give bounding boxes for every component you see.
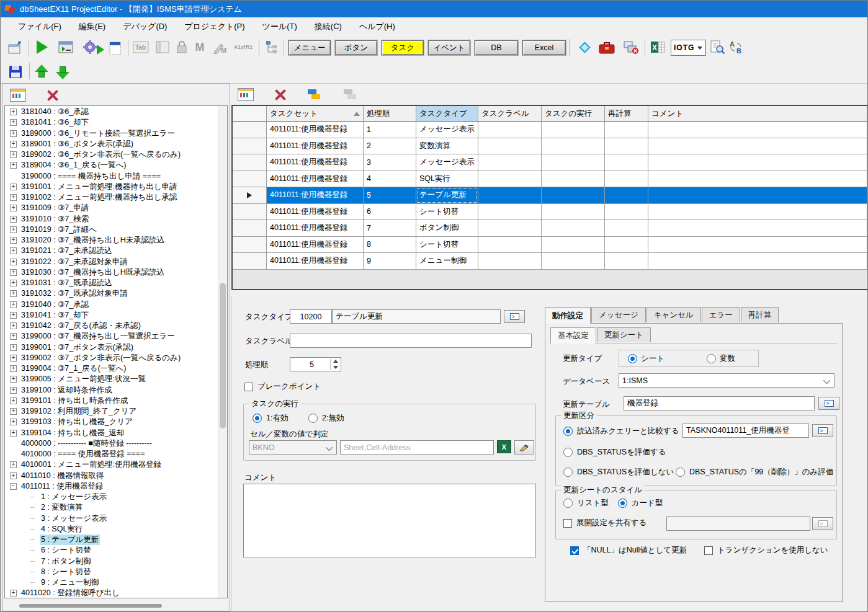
tree-item[interactable]: 3 : メッセージ表示: [5, 513, 218, 524]
kind-compare-radio[interactable]: [563, 427, 573, 436]
tree-expander-plus-icon[interactable]: +: [10, 130, 17, 137]
grid-cell[interactable]: 4011011:使用機器登録: [267, 122, 364, 138]
tree-item[interactable]: +3189000 : ③6_リモート接続一覧選択エラー: [5, 128, 218, 139]
iotg-button[interactable]: IOTG: [671, 40, 705, 56]
menu-item-1[interactable]: 編集(E): [70, 19, 114, 35]
rename-ab-icon[interactable]: AB: [728, 38, 744, 56]
grid-row[interactable]: 4011011:使用機器登録7ボタン制御: [233, 220, 867, 237]
tree-expander-plus-icon[interactable]: +: [10, 141, 17, 148]
update-table-field[interactable]: 機器登録: [624, 396, 815, 410]
tree-item[interactable]: +3181040 : ③6_承認: [5, 107, 218, 117]
menu-item-2[interactable]: デバッグ(D): [114, 19, 176, 35]
grid-cell[interactable]: [478, 138, 542, 155]
grid-row-selector[interactable]: [233, 138, 267, 155]
grid-row-selector[interactable]: [233, 154, 267, 171]
tree-expander-plus-icon[interactable]: +: [10, 376, 17, 383]
tree-item[interactable]: +3191020 : ③7_機器持ち出しH未承認読込: [5, 235, 218, 246]
update-type-var-row[interactable]: 変数: [707, 353, 735, 364]
grid-cell[interactable]: シート切替: [416, 204, 478, 221]
grid-cell[interactable]: メッセージ表示: [416, 154, 478, 171]
grid-cell[interactable]: メッセージ表示: [416, 122, 478, 138]
tree-expander-plus-icon[interactable]: +: [10, 333, 17, 340]
tree-item[interactable]: +4011020 : 登録情報呼び出し: [5, 588, 218, 598]
tree-item[interactable]: +3191021 : ③7_未承認読込: [5, 246, 218, 256]
grid-row-selector[interactable]: [233, 253, 267, 270]
menu-item-4[interactable]: ツール(T): [254, 19, 306, 35]
kind-query-field[interactable]: TASKNO4011011_使用機器登: [682, 424, 809, 438]
tree-expander-plus-icon[interactable]: +: [10, 344, 17, 351]
grid-row-selector[interactable]: [233, 171, 267, 188]
tree-expander-plus-icon[interactable]: +: [10, 162, 17, 169]
tree-item[interactable]: +3199100 : 返却時条件作成: [5, 385, 218, 396]
null-update-checkbox[interactable]: [570, 546, 579, 555]
task-type-picker-button[interactable]: >: [504, 310, 525, 323]
toolbar-button-DB[interactable]: DB: [475, 40, 518, 55]
menu-item-6[interactable]: ヘルプ(H): [351, 19, 404, 35]
share-expand-checkbox[interactable]: [563, 519, 572, 528]
exec-enabled-radio[interactable]: [253, 414, 262, 423]
breakpoint-checkbox-row[interactable]: ブレークポイント: [244, 381, 321, 392]
tree-item[interactable]: 2 : 変数演算: [5, 502, 218, 513]
tree-item[interactable]: 5 : テーブル更新: [5, 534, 218, 545]
grid-cell[interactable]: 4011011:使用機器登録: [267, 171, 364, 188]
tab-動作設定[interactable]: 動作設定: [545, 307, 591, 324]
iotg-dropdown-caret-icon[interactable]: [697, 47, 702, 50]
grid-row[interactable]: 4011011:使用機器登録8シート切替: [233, 237, 867, 254]
new-taskset-icon[interactable]: [10, 88, 26, 102]
tree-item[interactable]: +3191041 : ③7_却下: [5, 310, 218, 321]
grid-row[interactable]: 4011011:使用機器登録6シート切替: [233, 204, 867, 221]
tree-horizontal-scrollbar[interactable]: [4, 602, 228, 610]
a1r1-toggle-icon[interactable]: A1⇄R1: [231, 38, 255, 56]
subtab-更新シート[interactable]: 更新シート: [597, 327, 651, 342]
grid-cell[interactable]: [478, 253, 542, 270]
spin-down-icon[interactable]: [333, 366, 338, 369]
grid-cell[interactable]: [605, 204, 648, 221]
grid-cell[interactable]: [542, 187, 605, 204]
null-update-row[interactable]: 「NULL」はNull値として更新: [570, 545, 687, 556]
tree-item[interactable]: 7 : ボタン制御: [5, 556, 218, 567]
grid-header-タスクセット[interactable]: タスクセット: [267, 106, 364, 122]
grid-cell[interactable]: [648, 154, 867, 171]
tree-item[interactable]: 6 : シート切替: [5, 545, 218, 556]
tree-hscroll-thumb[interactable]: [19, 604, 162, 608]
tree-item[interactable]: +3191030 : ③7_機器持ち出しH既承認読込: [5, 267, 218, 278]
comment-textarea[interactable]: [243, 484, 536, 557]
tree-expander-plus-icon[interactable]: +: [10, 247, 17, 254]
tree-expander-plus-icon[interactable]: +: [10, 408, 17, 415]
grid-cell[interactable]: 8: [364, 237, 416, 254]
exec-disabled-radio-row[interactable]: 2:無効: [308, 413, 344, 424]
tree-item[interactable]: +3191019 : ③7_詳細へ: [5, 224, 218, 235]
tree-item[interactable]: 4000000 : ----------- ■随時登録 ----------: [5, 438, 218, 449]
toolbar-button-タスク[interactable]: タスク: [382, 40, 424, 55]
tree-item[interactable]: +3191022 : ③7_未承認対象申請: [5, 257, 218, 267]
delete-taskset-icon[interactable]: [45, 88, 60, 102]
excel-file-icon[interactable]: X: [650, 38, 666, 56]
tree-expander-plus-icon[interactable]: +: [10, 301, 17, 308]
style-card-radio[interactable]: [618, 499, 627, 508]
tree-item[interactable]: +3199101 : 持ち出し時条件作成: [5, 396, 218, 406]
toolbar-button-Excel[interactable]: Excel: [522, 40, 566, 55]
tree-expander-plus-icon[interactable]: +: [10, 461, 17, 468]
grid-cell[interactable]: シート切替: [416, 237, 478, 254]
cell-reference-button[interactable]: [514, 440, 534, 455]
grid-row[interactable]: 4011011:使用機器登録4SQL実行: [233, 171, 867, 188]
tree-item[interactable]: +3191040 : ③7_承認: [5, 299, 218, 310]
grid-cell[interactable]: [648, 204, 867, 221]
grid-row[interactable]: 4011011:使用機器登録9メニュー制御: [233, 253, 867, 270]
grid-header-再計算[interactable]: 再計算: [605, 106, 648, 122]
no-transaction-row[interactable]: トランザクションを使用しない: [704, 545, 828, 556]
tree-expander-plus-icon[interactable]: +: [10, 216, 17, 223]
tree-vscroll-thumb[interactable]: [220, 283, 226, 428]
kind-eval99-row[interactable]: DBS_STATUSの「99（削除）」のみ評価: [676, 467, 833, 477]
tree-item[interactable]: +3191031 : ③7_既承認読込: [5, 278, 218, 288]
grid-cell[interactable]: [542, 122, 605, 138]
macro-m-icon[interactable]: M: [193, 38, 207, 56]
tree-expander-plus-icon[interactable]: +: [10, 355, 17, 361]
grid-header-タスクラベル[interactable]: タスクラベル: [478, 106, 542, 122]
grid-cell[interactable]: 4011011:使用機器登録: [267, 138, 364, 155]
tree-expander-plus-icon[interactable]: +: [10, 151, 17, 158]
tree-item[interactable]: +4010001 : メニュー前処理:使用機器登録: [5, 459, 218, 470]
run-icon[interactable]: [34, 38, 50, 56]
debug-run-icon[interactable]: [81, 38, 106, 57]
grid-cell[interactable]: [648, 171, 867, 188]
